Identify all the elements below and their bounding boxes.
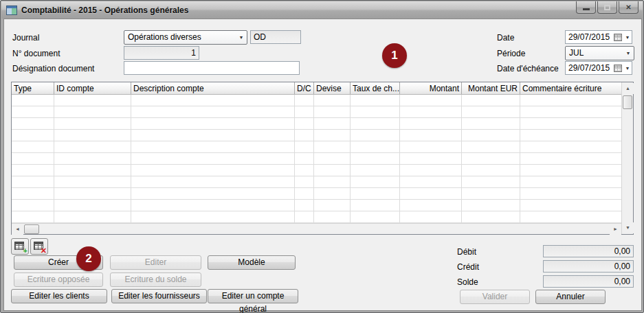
table-cell[interactable] [314, 176, 351, 188]
table-cell[interactable] [351, 188, 400, 200]
table-cell[interactable] [12, 165, 54, 176]
table-cell[interactable] [12, 141, 54, 153]
table-cell[interactable] [131, 118, 295, 130]
table-cell[interactable] [520, 211, 621, 223]
cancel-button[interactable]: Annuler [535, 290, 606, 304]
table-cell[interactable] [462, 95, 520, 106]
table-cell[interactable] [462, 141, 520, 153]
table-cell[interactable] [462, 130, 520, 141]
table-cell[interactable] [400, 95, 462, 106]
table-cell[interactable] [54, 130, 131, 141]
period-select[interactable]: JUL ▼ [565, 46, 634, 60]
title-bar[interactable]: Comptabilité - 2015 - Opérations général… [1, 1, 643, 19]
table-cell[interactable] [462, 176, 520, 188]
table-cell[interactable] [12, 118, 54, 130]
column-header[interactable]: Commentaire écriture [520, 82, 621, 94]
table-cell[interactable] [295, 106, 314, 118]
table-cell[interactable] [314, 165, 351, 176]
table-cell[interactable] [520, 153, 621, 165]
table-cell[interactable] [54, 153, 131, 165]
table-cell[interactable] [462, 211, 520, 223]
column-header[interactable]: ID compte [54, 82, 131, 94]
table-cell[interactable] [54, 188, 131, 200]
table-cell[interactable] [462, 165, 520, 176]
table-cell[interactable] [462, 200, 520, 211]
table-cell[interactable] [520, 188, 621, 200]
table-row[interactable] [12, 130, 621, 141]
table-cell[interactable] [295, 130, 314, 141]
table-cell[interactable] [12, 188, 54, 200]
table-cell[interactable] [314, 188, 351, 200]
horizontal-scrollbar[interactable]: ◄ ► [12, 223, 621, 234]
table-cell[interactable] [54, 118, 131, 130]
table-cell[interactable] [131, 211, 295, 223]
table-cell[interactable] [54, 200, 131, 211]
horizontal-scroll-thumb[interactable] [24, 224, 39, 234]
table-row[interactable] [12, 200, 621, 211]
table-cell[interactable] [54, 95, 131, 106]
table-cell[interactable] [12, 176, 54, 188]
table-cell[interactable] [314, 95, 351, 106]
table-cell[interactable] [400, 188, 462, 200]
table-cell[interactable] [314, 118, 351, 130]
table-cell[interactable] [520, 200, 621, 211]
table-row[interactable] [12, 176, 621, 188]
column-header[interactable]: Description compte [131, 82, 295, 94]
table-cell[interactable] [131, 141, 295, 153]
table-cell[interactable] [295, 165, 314, 176]
model-button[interactable]: Modèle [208, 255, 296, 270]
table-body[interactable] [12, 95, 621, 223]
delete-row-button[interactable]: ✕ [30, 238, 48, 255]
table-cell[interactable] [54, 165, 131, 176]
table-row[interactable] [12, 165, 621, 176]
maximize-button[interactable] [597, 1, 617, 14]
table-row[interactable] [12, 153, 621, 165]
table-cell[interactable] [400, 118, 462, 130]
table-cell[interactable] [12, 211, 54, 223]
table-cell[interactable] [400, 130, 462, 141]
table-cell[interactable] [462, 118, 520, 130]
table-cell[interactable] [520, 141, 621, 153]
close-button[interactable]: ✕ [619, 1, 639, 14]
table-cell[interactable] [520, 130, 621, 141]
table-cell[interactable] [462, 188, 520, 200]
table-cell[interactable] [295, 176, 314, 188]
table-cell[interactable] [12, 153, 54, 165]
scroll-down-icon[interactable]: ▼ [622, 222, 634, 233]
table-cell[interactable] [131, 95, 295, 106]
column-header[interactable]: D/C [295, 82, 314, 94]
table-row[interactable] [12, 188, 621, 200]
table-row[interactable] [12, 95, 621, 106]
scroll-up-icon[interactable]: ▲ [622, 83, 634, 94]
table-cell[interactable] [54, 176, 131, 188]
table-cell[interactable] [12, 130, 54, 141]
table-cell[interactable] [295, 118, 314, 130]
table-cell[interactable] [400, 176, 462, 188]
designation-input[interactable] [124, 61, 300, 75]
table-cell[interactable] [131, 188, 295, 200]
table-cell[interactable] [12, 95, 54, 106]
table-cell[interactable] [314, 211, 351, 223]
edit-suppliers-button[interactable]: Editer les fournisseurs [111, 289, 207, 303]
table-cell[interactable] [351, 176, 400, 188]
table-cell[interactable] [295, 141, 314, 153]
add-row-button[interactable]: + [11, 238, 29, 255]
table-cell[interactable] [351, 141, 400, 153]
table-cell[interactable] [12, 200, 54, 211]
table-cell[interactable] [54, 141, 131, 153]
table-cell[interactable] [520, 106, 621, 118]
table-cell[interactable] [131, 106, 295, 118]
table-row[interactable] [12, 211, 621, 223]
table-row[interactable] [12, 118, 621, 130]
table-cell[interactable] [520, 165, 621, 176]
table-row[interactable] [12, 106, 621, 118]
table-cell[interactable] [400, 211, 462, 223]
table-cell[interactable] [400, 165, 462, 176]
due-date-picker[interactable]: 29/07/2015 ▼ [565, 61, 632, 75]
table-cell[interactable] [351, 153, 400, 165]
scroll-right-icon[interactable]: ► [610, 224, 621, 235]
table-cell[interactable] [351, 95, 400, 106]
table-cell[interactable] [12, 106, 54, 118]
table-cell[interactable] [400, 141, 462, 153]
table-cell[interactable] [520, 118, 621, 130]
